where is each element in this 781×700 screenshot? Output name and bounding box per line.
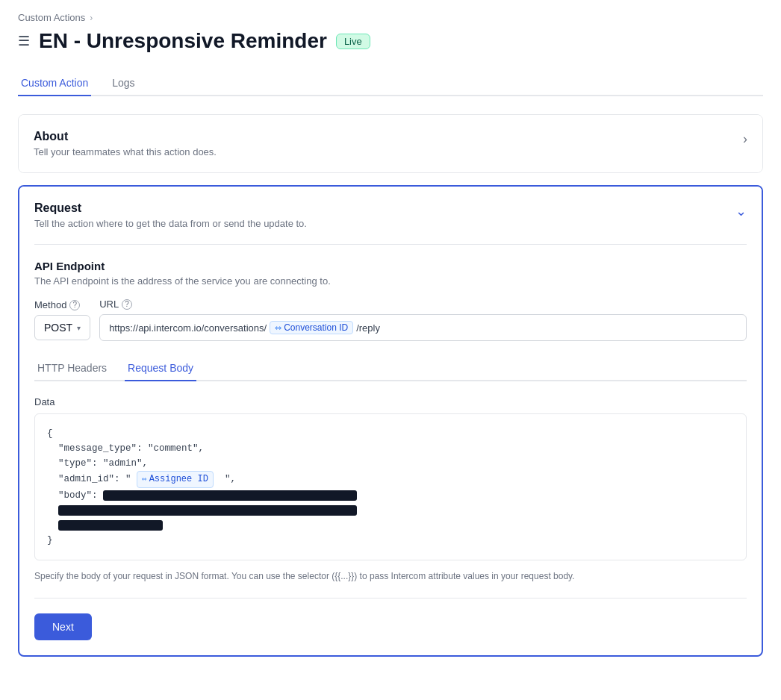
section-divider: [34, 244, 747, 245]
request-description: Tell the action where to get the data fr…: [34, 218, 307, 229]
code-line-6: [47, 503, 734, 518]
redacted-1: [103, 490, 357, 501]
code-line-4: "admin_id": " ⇔ Assignee ID ",: [47, 471, 734, 488]
api-endpoint-description: The API endpoint is the address of the s…: [34, 275, 747, 287]
request-section: Request Tell the action where to get the…: [18, 185, 763, 657]
assignee-id-badge: ⇔ Assignee ID: [137, 471, 214, 488]
breadcrumb-chevron-icon: ›: [90, 13, 93, 23]
hint-text: Specify the body of your request in JSON…: [34, 569, 747, 583]
code-block[interactable]: { "message_type": "comment", "type": "ad…: [34, 413, 747, 560]
tab-custom-action[interactable]: Custom Action: [18, 71, 91, 96]
page-title: EN - Unresponsive Reminder: [39, 29, 327, 53]
request-chevron-icon: ⌄: [735, 203, 747, 219]
tab-request-body[interactable]: Request Body: [125, 356, 196, 381]
tab-http-headers[interactable]: HTTP Headers: [34, 356, 110, 381]
code-line-1: {: [47, 426, 734, 441]
about-header-text: About Tell your teammates what this acti…: [34, 130, 217, 157]
tab-logs[interactable]: Logs: [109, 71, 137, 96]
page-container: Custom Actions › ☰ EN - Unresponsive Rem…: [0, 0, 781, 700]
inner-tabs: HTTP Headers Request Body: [34, 356, 747, 381]
code-line-7: [47, 518, 734, 533]
about-section: About Tell your teammates what this acti…: [18, 114, 763, 173]
about-section-header[interactable]: About Tell your teammates what this acti…: [19, 115, 762, 172]
badge-icon: ⇔: [275, 323, 281, 333]
live-badge: Live: [336, 34, 370, 49]
method-url-row: Method ? POST ▾ URL ? https://api.: [34, 299, 747, 341]
url-help-icon[interactable]: ?: [122, 299, 132, 310]
request-header-text: Request Tell the action where to get the…: [34, 201, 307, 229]
assignee-badge-label: Assignee ID: [149, 472, 208, 487]
page-header: ☰ EN - Unresponsive Reminder Live: [18, 29, 763, 53]
next-button[interactable]: Next: [34, 613, 92, 640]
redacted-2: [58, 505, 357, 516]
hamburger-icon[interactable]: ☰: [18, 34, 30, 48]
api-endpoint-title: API Endpoint: [34, 260, 747, 272]
redacted-3: [58, 520, 163, 531]
main-tabs: Custom Action Logs: [18, 71, 763, 96]
code-line-2: "message_type": "comment",: [47, 441, 734, 456]
code-line-8: }: [47, 533, 734, 548]
url-label: URL ?: [99, 299, 747, 310]
method-select[interactable]: POST ▾: [34, 315, 90, 340]
about-description: Tell your teammates what this action doe…: [34, 146, 217, 157]
url-input[interactable]: https://api.intercom.io/conversations/ ⇔…: [99, 314, 747, 341]
url-field: URL ? https://api.intercom.io/conversati…: [99, 299, 747, 341]
method-chevron-icon: ▾: [77, 324, 81, 332]
request-section-header[interactable]: Request Tell the action where to get the…: [19, 187, 762, 244]
method-label: Method ?: [34, 299, 90, 310]
request-title: Request: [34, 201, 307, 215]
url-prefix: https://api.intercom.io/conversations/: [109, 322, 267, 334]
conversation-id-badge: ⇔ Conversation ID: [270, 321, 353, 334]
code-line-3: "type": "admin",: [47, 456, 734, 471]
code-line-5: "body":: [47, 488, 734, 503]
breadcrumb-parent-link[interactable]: Custom Actions: [18, 12, 85, 23]
breadcrumb: Custom Actions ›: [18, 12, 763, 23]
method-help-icon[interactable]: ?: [69, 300, 80, 310]
method-value: POST: [44, 322, 72, 334]
about-chevron-icon: ›: [743, 131, 747, 147]
about-title: About: [34, 130, 217, 143]
data-label: Data: [34, 396, 747, 407]
badge-label: Conversation ID: [284, 322, 348, 333]
url-suffix: /reply: [356, 322, 380, 334]
method-field: Method ? POST ▾: [34, 299, 90, 340]
request-section-body: API Endpoint The API endpoint is the add…: [19, 244, 762, 655]
bottom-divider: [34, 598, 747, 599]
assignee-badge-icon: ⇔: [142, 473, 147, 487]
